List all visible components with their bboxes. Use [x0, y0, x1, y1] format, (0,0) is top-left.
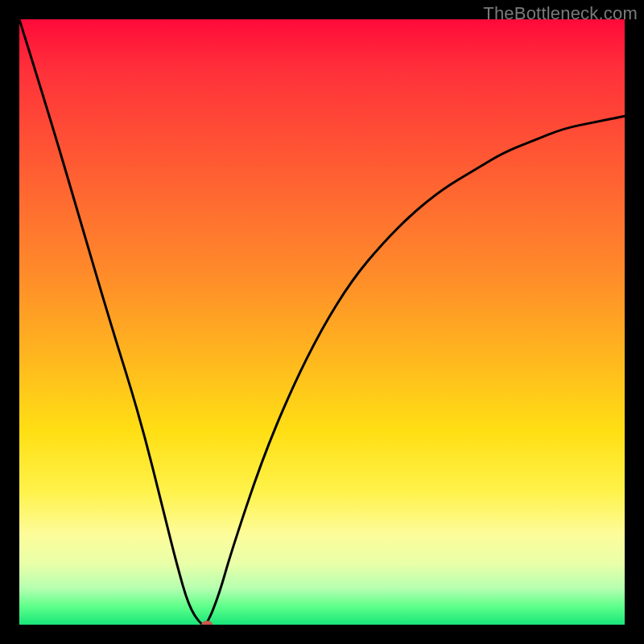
minimum-marker	[201, 621, 213, 625]
bottleneck-curve-path	[19, 19, 625, 625]
chart-frame: TheBottleneck.com	[0, 0, 644, 644]
watermark-text: TheBottleneck.com	[483, 3, 638, 24]
plot-area	[19, 19, 625, 625]
curve-svg	[19, 19, 625, 625]
